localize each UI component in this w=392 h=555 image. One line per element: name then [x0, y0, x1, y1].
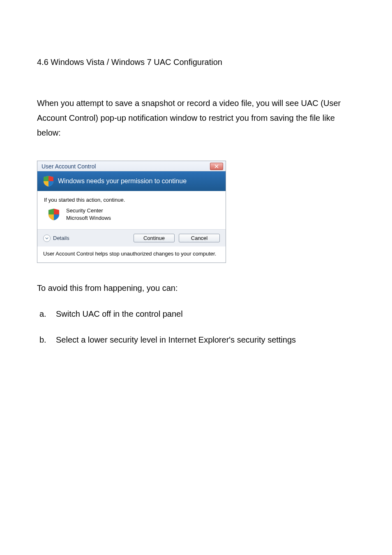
intro-paragraph: When you attempt to save a snapshot or r…	[37, 96, 355, 140]
chevron-down-icon	[43, 235, 51, 242]
shield-icon	[48, 208, 60, 221]
app-publisher: Microsoft Windows	[66, 214, 111, 222]
list-item: a. Switch UAC off in the control panel	[37, 309, 355, 319]
uac-dialog: User Account Control Windows needs your …	[37, 161, 226, 263]
button-row: Continue Cancel	[134, 234, 220, 242]
close-icon[interactable]	[210, 163, 223, 170]
app-name: Security Center	[66, 207, 111, 214]
dialog-titlebar: User Account Control	[37, 161, 226, 171]
details-toggle[interactable]: Details	[43, 235, 69, 242]
section-heading: 4.6 Windows Vista / Windows 7 UAC Config…	[37, 58, 355, 67]
app-text: Security Center Microsoft Windows	[66, 207, 111, 222]
app-row: Security Center Microsoft Windows	[44, 207, 219, 222]
list-marker: a.	[39, 309, 50, 319]
list-item: b. Select a lower security level in Inte…	[37, 335, 355, 345]
list-text: Switch UAC off in the control panel	[56, 309, 183, 319]
action-row: Details Continue Cancel	[37, 229, 226, 246]
shield-icon	[43, 175, 54, 187]
dialog-banner: Windows needs your permission to continu…	[37, 171, 226, 191]
dialog-footer-note: User Account Control helps stop unauthor…	[37, 246, 226, 263]
dialog-title-text: User Account Control	[42, 163, 96, 170]
banner-text: Windows needs your permission to continu…	[58, 177, 187, 185]
started-text: If you started this action, continue.	[44, 197, 219, 203]
dialog-body: If you started this action, continue. Se…	[37, 191, 226, 229]
continue-button[interactable]: Continue	[134, 234, 175, 242]
list-text: Select a lower security level in Interne…	[56, 335, 296, 345]
list-marker: b.	[39, 335, 50, 345]
cancel-button[interactable]: Cancel	[179, 234, 220, 242]
document-page: 4.6 Windows Vista / Windows 7 UAC Config…	[0, 0, 392, 386]
dialog-screenshot: User Account Control Windows needs your …	[37, 161, 355, 263]
after-paragraph: To avoid this from happening, you can:	[37, 283, 355, 293]
details-label: Details	[53, 235, 69, 241]
